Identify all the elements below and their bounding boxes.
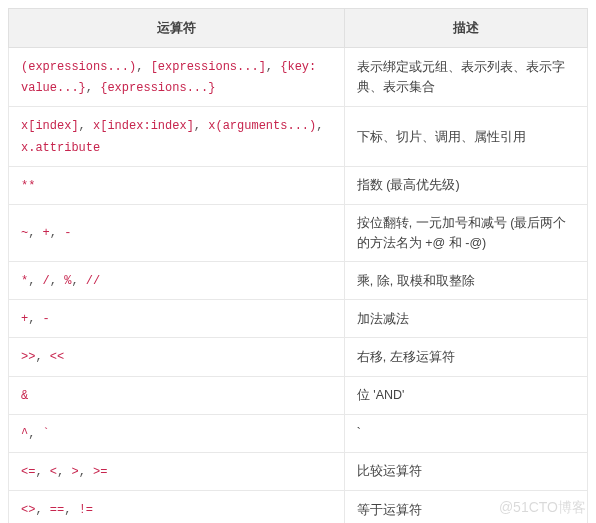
table-row: **指数 (最高优先级) bbox=[9, 166, 588, 204]
operator-token: != bbox=[79, 503, 93, 517]
operator-cell: x[index], x[index:index], x(arguments...… bbox=[9, 107, 345, 166]
operator-token: < bbox=[50, 465, 57, 479]
header-description: 描述 bbox=[344, 9, 587, 48]
operator-code: ** bbox=[21, 179, 35, 193]
operator-token: x[index:index] bbox=[93, 119, 194, 133]
operator-code: ~, +, - bbox=[21, 226, 71, 240]
operator-cell: +, - bbox=[9, 300, 345, 338]
operator-cell: <>, ==, != bbox=[9, 491, 345, 523]
table-row: +, -加法减法 bbox=[9, 300, 588, 338]
table-row: ~, +, -按位翻转, 一元加号和减号 (最后两个的方法名为 +@ 和 -@) bbox=[9, 204, 588, 261]
operator-token: << bbox=[50, 350, 64, 364]
operator-code: (expressions...), [expressions...], {key… bbox=[21, 60, 316, 95]
operator-cell: *, /, %, // bbox=[9, 261, 345, 299]
operator-token: ** bbox=[21, 179, 35, 193]
operator-token: {expressions...} bbox=[100, 81, 215, 95]
table-header: 运算符 描述 bbox=[9, 9, 588, 48]
table-row: *, /, %, //乘, 除, 取模和取整除 bbox=[9, 261, 588, 299]
operator-code: +, - bbox=[21, 312, 50, 326]
header-operator: 运算符 bbox=[9, 9, 345, 48]
operator-cell: ^, ` bbox=[9, 414, 345, 452]
operator-token: // bbox=[86, 274, 100, 288]
operator-code: *, /, %, // bbox=[21, 274, 100, 288]
table-row: x[index], x[index:index], x(arguments...… bbox=[9, 107, 588, 166]
operator-code: ^, ` bbox=[21, 427, 50, 441]
operator-token: / bbox=[43, 274, 50, 288]
operator-token: > bbox=[71, 465, 78, 479]
description-cell: 乘, 除, 取模和取整除 bbox=[344, 261, 587, 299]
operator-code: & bbox=[21, 389, 28, 403]
description-cell: 按位翻转, 一元加号和减号 (最后两个的方法名为 +@ 和 -@) bbox=[344, 204, 587, 261]
operator-code: <>, ==, != bbox=[21, 503, 93, 517]
description-cell: 表示绑定或元组、表示列表、表示字典、表示集合 bbox=[344, 48, 587, 107]
operator-token: >> bbox=[21, 350, 35, 364]
operator-token: [expressions...] bbox=[151, 60, 266, 74]
operator-token: - bbox=[64, 226, 71, 240]
operator-code: >>, << bbox=[21, 350, 64, 364]
table-row: <=, <, >, >=比较运算符 bbox=[9, 452, 588, 490]
operator-token: (expressions...) bbox=[21, 60, 136, 74]
table-row: <>, ==, !=等于运算符 bbox=[9, 491, 588, 523]
table-row: >>, <<右移, 左移运算符 bbox=[9, 338, 588, 376]
operator-code: x[index], x[index:index], x(arguments...… bbox=[21, 119, 323, 154]
table-row: (expressions...), [expressions...], {key… bbox=[9, 48, 588, 107]
operator-token: ` bbox=[43, 427, 50, 441]
description-cell: 位 'AND' bbox=[344, 376, 587, 414]
description-cell: 下标、切片、调用、属性引用 bbox=[344, 107, 587, 166]
description-cell: 加法减法 bbox=[344, 300, 587, 338]
operator-cell: >>, << bbox=[9, 338, 345, 376]
operator-token: >= bbox=[93, 465, 107, 479]
description-cell: 右移, 左移运算符 bbox=[344, 338, 587, 376]
operator-cell: (expressions...), [expressions...], {key… bbox=[9, 48, 345, 107]
operator-table: 运算符 描述 (expressions...), [expressions...… bbox=[8, 8, 588, 523]
description-cell: 等于运算符 bbox=[344, 491, 587, 523]
operator-cell: ** bbox=[9, 166, 345, 204]
operator-token: <= bbox=[21, 465, 35, 479]
operator-cell: ~, +, - bbox=[9, 204, 345, 261]
operator-token: - bbox=[43, 312, 50, 326]
operator-token: == bbox=[50, 503, 64, 517]
operator-token: x.attribute bbox=[21, 141, 100, 155]
description-cell: 指数 (最高优先级) bbox=[344, 166, 587, 204]
description-cell: ` bbox=[344, 414, 587, 452]
table-body: (expressions...), [expressions...], {key… bbox=[9, 48, 588, 524]
table-row: &位 'AND' bbox=[9, 376, 588, 414]
operator-token: <> bbox=[21, 503, 35, 517]
operator-code: <=, <, >, >= bbox=[21, 465, 107, 479]
description-cell: 比较运算符 bbox=[344, 452, 587, 490]
operator-token: & bbox=[21, 389, 28, 403]
table-row: ^, `` bbox=[9, 414, 588, 452]
operator-cell: <=, <, >, >= bbox=[9, 452, 345, 490]
operator-token: + bbox=[43, 226, 50, 240]
operator-token: x[index] bbox=[21, 119, 79, 133]
operator-cell: & bbox=[9, 376, 345, 414]
operator-token: x(arguments...) bbox=[208, 119, 316, 133]
